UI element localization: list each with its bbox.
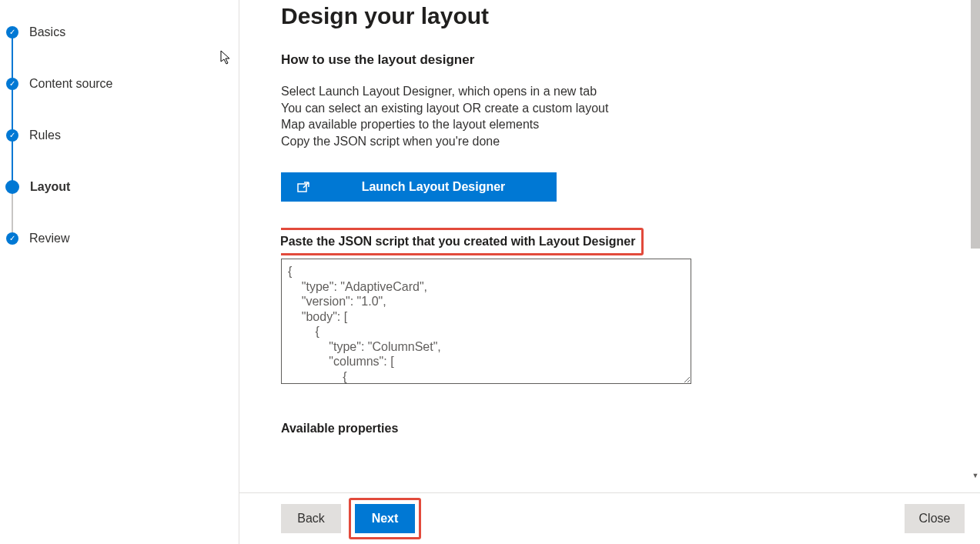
checkmark-icon: ✓ <box>6 232 18 245</box>
current-step-icon <box>5 180 19 194</box>
launch-button-label: Launch Layout Designer <box>326 180 557 194</box>
json-script-textarea[interactable] <box>281 259 691 384</box>
instruction-line: Map available properties to the layout e… <box>281 116 965 133</box>
checkmark-icon: ✓ <box>6 78 18 90</box>
step-label: Rules <box>29 128 61 142</box>
next-button-highlight: Next <box>349 498 421 539</box>
instruction-line: You can select an existing layout OR cre… <box>281 100 965 117</box>
how-to-heading: How to use the layout designer <box>281 52 965 68</box>
wizard-steps-sidebar: ✓ Basics ✓ Content source ✓ Rules Layout… <box>0 0 239 544</box>
launch-layout-designer-button[interactable]: Launch Layout Designer <box>281 172 557 202</box>
svg-rect-0 <box>298 184 306 192</box>
checkmark-icon: ✓ <box>6 129 18 142</box>
step-label: Layout <box>30 180 70 194</box>
step-review[interactable]: ✓ Review <box>6 212 239 264</box>
step-label: Basics <box>29 25 65 39</box>
step-label: Content source <box>29 77 113 91</box>
close-button[interactable]: Close <box>905 504 965 533</box>
json-label-highlight: Paste the JSON script that you created w… <box>281 228 644 255</box>
page-title: Design your layout <box>281 3 965 29</box>
checkmark-icon: ✓ <box>6 26 18 38</box>
open-in-new-tab-icon <box>281 182 326 192</box>
step-rules[interactable]: ✓ Rules <box>6 109 239 161</box>
step-label: Review <box>29 232 69 245</box>
instruction-line: Select Launch Layout Designer, which ope… <box>281 83 965 100</box>
page-scrollbar[interactable] <box>971 0 980 249</box>
json-textarea-label: Paste the JSON script that you created w… <box>281 235 635 248</box>
main-content: Design your layout How to use the layout… <box>239 0 980 544</box>
step-content-source[interactable]: ✓ Content source <box>6 58 239 109</box>
scroll-down-arrow-icon[interactable]: ▼ <box>971 470 980 481</box>
instruction-line: Copy the JSON script when you're done <box>281 133 965 150</box>
next-button[interactable]: Next <box>355 504 415 533</box>
step-basics[interactable]: ✓ Basics <box>6 6 239 58</box>
available-properties-heading: Available properties <box>281 422 965 436</box>
step-layout[interactable]: Layout <box>6 161 239 212</box>
instructions-text: Select Launch Layout Designer, which ope… <box>281 83 965 149</box>
back-button[interactable]: Back <box>281 504 341 533</box>
wizard-footer: Back Next Close <box>239 492 980 544</box>
